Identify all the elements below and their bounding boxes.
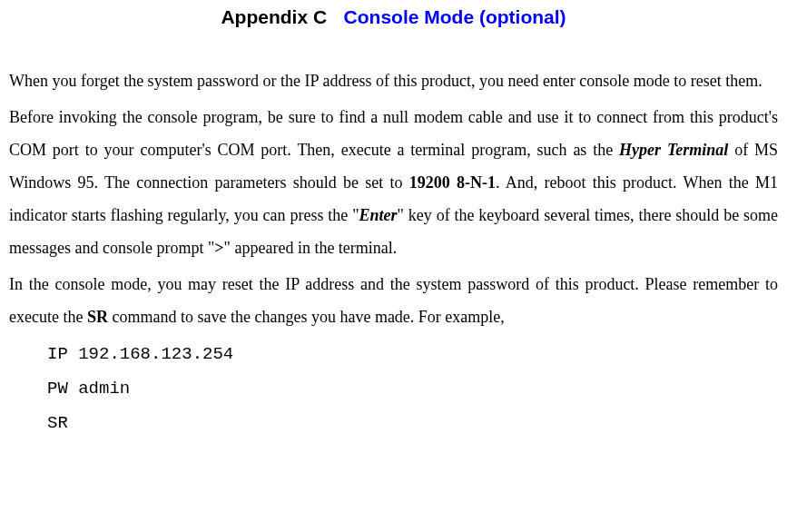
baud-setting: 19200 8-N-1 <box>409 173 496 192</box>
appendix-heading: Appendix C Console Mode (optional) <box>9 7 778 26</box>
code-line-sr: SR <box>47 406 778 440</box>
code-line-pw: PW admin <box>47 371 778 406</box>
paragraph-intro: When you forget the system password or t… <box>9 64 778 97</box>
paragraph-instructions: In the console mode, you may reset the I… <box>9 268 778 333</box>
enter-key-term: Enter <box>359 206 398 224</box>
appendix-title: Console Mode (optional) <box>344 6 566 27</box>
para3-t2: command to save the changes you have mad… <box>108 308 505 326</box>
appendix-label: Appendix C <box>221 6 327 27</box>
para1-text: When you forget the system password or t… <box>9 72 762 90</box>
prompt-char: > <box>214 239 223 257</box>
paragraph-setup: Before invoking the console program, be … <box>9 101 778 264</box>
para2-t5: " appeared in the terminal. <box>224 239 398 257</box>
example-commands: IP 192.168.123.254 PW admin SR <box>47 337 778 440</box>
code-line-ip: IP 192.168.123.254 <box>47 337 778 371</box>
sr-command-term: SR <box>87 308 108 326</box>
hyper-terminal-term: Hyper Terminal <box>619 141 728 159</box>
